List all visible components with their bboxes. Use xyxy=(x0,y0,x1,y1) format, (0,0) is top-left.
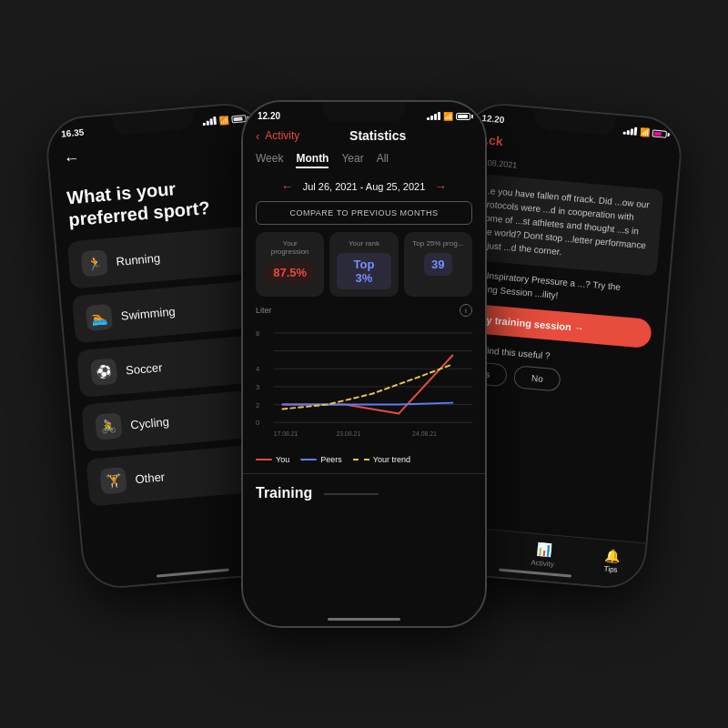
swimming-icon: 🏊 xyxy=(86,304,113,331)
center-phone: 12.20 Søg 📶 ‹ Activity Statistics xyxy=(241,100,487,628)
date-range: Jul 26, 2021 - Aug 25, 2021 xyxy=(303,181,426,192)
sport-label-cycling: Cycling xyxy=(130,414,170,431)
svg-text:17.08.21: 17.08.21 xyxy=(274,430,298,437)
cycling-icon: 🚴 xyxy=(95,412,122,440)
chart-container: Liter i 8 4 3 2 0 xyxy=(243,304,485,450)
top25-label: Top 25% prog... xyxy=(411,239,465,248)
left-time: 16.35 xyxy=(61,127,85,139)
back-chevron-icon[interactable]: ‹ xyxy=(256,129,259,143)
svg-text:23.08.21: 23.08.21 xyxy=(337,430,361,437)
activity-icon: 📊 xyxy=(535,541,551,557)
svg-text:24.08.21: 24.08.21 xyxy=(412,430,437,437)
top25-card: Top 25% prog... 39 xyxy=(404,232,472,297)
statistics-title: Statistics xyxy=(349,128,428,143)
peers-line-icon xyxy=(300,459,317,460)
center-header: ‹ Activity Statistics xyxy=(243,125,485,148)
legend-you-label: You xyxy=(276,455,289,464)
chart-header: Liter i xyxy=(256,304,472,317)
center-signal-icon xyxy=(427,112,440,120)
center-time: 12.20 xyxy=(258,111,280,121)
tips-icon: 🔔 xyxy=(603,548,620,563)
activity-link[interactable]: Activity xyxy=(265,129,299,142)
right-signal-icon xyxy=(623,126,638,136)
center-status-icons: 📶 xyxy=(427,112,470,121)
progression-label: Your progression xyxy=(263,239,317,256)
training-divider xyxy=(324,493,379,495)
center-home-indicator xyxy=(328,618,400,621)
signal-icon xyxy=(202,116,217,126)
svg-text:3: 3 xyxy=(256,383,260,391)
svg-text:8: 8 xyxy=(256,329,260,338)
rank-label: Your rank xyxy=(337,239,390,248)
nav-activity[interactable]: 📊 Activity xyxy=(531,541,556,569)
progression-card: Your progression 87.5% xyxy=(256,232,324,297)
tab-week[interactable]: Week xyxy=(256,152,283,168)
legend-peers-label: Peers xyxy=(320,455,342,464)
left-status-icons: 📶 xyxy=(202,114,247,126)
right-battery-icon xyxy=(652,129,667,137)
top25-value: 39 xyxy=(424,253,451,276)
stats-cards: Your progression 87.5% Your rank Top 3% … xyxy=(243,232,485,304)
center-battery-icon xyxy=(456,113,470,120)
legend-trend: Your trend xyxy=(353,455,410,464)
other-icon: 🏋 xyxy=(100,467,127,494)
soccer-icon: ⚽ xyxy=(90,359,117,386)
legend-trend-label: Your trend xyxy=(373,455,410,464)
tab-all[interactable]: All xyxy=(377,152,389,168)
svg-text:4: 4 xyxy=(256,365,260,373)
try-training-button[interactable]: Try training session → xyxy=(461,303,652,349)
tab-year[interactable]: Year xyxy=(341,152,363,168)
right-status-icons: 📶 xyxy=(622,126,667,138)
training-section: Training xyxy=(243,473,485,505)
chart-y-label: Liter xyxy=(256,306,272,315)
running-icon: 🏃 xyxy=(81,249,108,277)
tab-month[interactable]: Month xyxy=(296,152,329,168)
next-date-arrow[interactable]: → xyxy=(434,179,447,194)
compare-button[interactable]: COMPARE TO PREVIOUS MONTHS xyxy=(256,201,472,225)
no-button[interactable]: No xyxy=(513,365,561,391)
nav-tips-label: Tips xyxy=(603,565,618,574)
rank-card: Your rank Top 3% xyxy=(329,232,398,297)
prev-date-arrow[interactable]: ← xyxy=(281,179,294,194)
sport-label-running: Running xyxy=(116,250,161,268)
left-home-indicator xyxy=(157,569,229,578)
you-line-icon xyxy=(256,459,272,460)
svg-text:2: 2 xyxy=(256,401,259,410)
progression-value: 87.5% xyxy=(266,261,314,284)
sport-item-running[interactable]: 🏃 Running xyxy=(67,225,264,288)
date-nav: ← Jul 26, 2021 - Aug 25, 2021 → xyxy=(243,176,485,201)
trend-line-icon xyxy=(353,459,369,460)
sport-label-swimming: Swimming xyxy=(120,304,176,322)
wifi-icon: 📶 xyxy=(218,115,229,125)
chart-legend: You Peers Your trend xyxy=(243,450,485,470)
right-wifi-icon: 📶 xyxy=(639,127,650,137)
svg-text:0: 0 xyxy=(256,419,260,427)
center-wifi-icon: 📶 xyxy=(443,112,453,121)
nav-tips[interactable]: 🔔 Tips xyxy=(602,548,620,574)
sport-item-swimming[interactable]: 🏊 Swimming xyxy=(72,279,268,343)
right-message: ...e you have fallen off track. Did ...o… xyxy=(468,174,663,277)
chart-svg: 8 4 3 2 0 17.08.21 23.08.21 24.08.21 xyxy=(256,318,472,446)
info-button[interactable]: i xyxy=(460,304,472,317)
tabs-row: Week Month Year All xyxy=(243,148,485,176)
sport-label-soccer: Soccer xyxy=(125,360,163,377)
sport-label-other: Other xyxy=(135,470,166,486)
left-back-arrow[interactable]: ← xyxy=(63,148,81,167)
legend-you: You xyxy=(256,455,289,464)
nav-activity-label: Activity xyxy=(531,559,554,569)
rank-value: Top 3% xyxy=(337,253,390,289)
training-title: Training xyxy=(256,485,312,500)
scene: 16.35 Søg 📶 ← What is your preferred spo… xyxy=(46,36,682,692)
legend-peers: Peers xyxy=(300,455,342,464)
